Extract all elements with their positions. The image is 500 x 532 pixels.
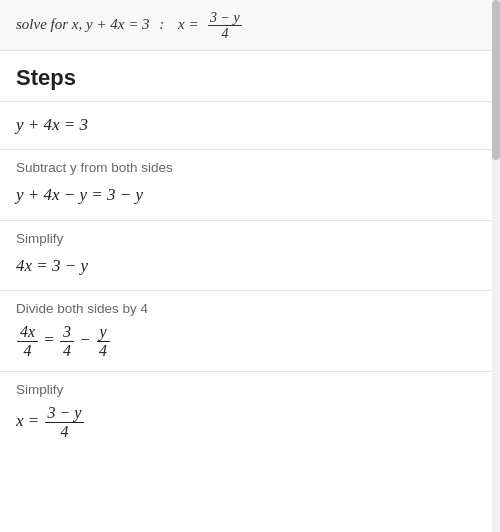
step-4-numer: 3 − y (45, 404, 85, 423)
step-1-expr: y + 4x − y = 3 − y (16, 182, 484, 208)
answer-numer: 3 − y (208, 10, 242, 26)
step-4-expr: x = 3 − y 4 (16, 404, 484, 440)
scrollbar-track[interactable] (492, 0, 500, 532)
step-2-label: Simplify (16, 231, 484, 246)
step-0-expr: y + 4x = 3 (16, 112, 484, 138)
answer-fraction: 3 − y 4 (208, 10, 242, 42)
step-3: Divide both sides by 4 4x 4 = 3 4 − y 4 (0, 290, 500, 371)
step-3-fraction-right1: 3 4 (60, 323, 74, 359)
answer-denom: 4 (219, 26, 230, 41)
step-3-numer-right1: 3 (60, 323, 74, 342)
step-2: Simplify 4x = 3 − y (0, 220, 500, 291)
step-3-label: Divide both sides by 4 (16, 301, 484, 316)
step-3-denom-right2: 4 (96, 342, 110, 360)
step-0: y + 4x = 3 (0, 101, 500, 150)
scrollbar-thumb[interactable] (492, 0, 500, 160)
main-content: Steps y + 4x = 3 Subtract y from both si… (0, 51, 500, 453)
step-3-fraction-left: 4x 4 (17, 323, 38, 359)
step-3-denom-left: 4 (21, 342, 35, 360)
step-4-denom: 4 (57, 423, 71, 441)
solve-prefix: solve for x, y + 4x = 3 (16, 16, 150, 33)
separator: : (156, 16, 169, 33)
step-1-label: Subtract y from both sides (16, 160, 484, 175)
step-3-fraction-right2: y 4 (96, 323, 110, 359)
step-1: Subtract y from both sides y + 4x − y = … (0, 149, 500, 220)
solve-header: solve for x, y + 4x = 3 : x = 3 − y 4 (0, 0, 500, 51)
step-4-fraction: 3 − y 4 (45, 404, 85, 440)
steps-heading: Steps (0, 51, 500, 101)
step-4-label: Simplify (16, 382, 484, 397)
step-4: Simplify x = 3 − y 4 (0, 371, 500, 452)
step-3-expr: 4x 4 = 3 4 − y 4 (16, 323, 484, 359)
step-2-expr: 4x = 3 − y (16, 253, 484, 279)
step-3-denom-right1: 4 (60, 342, 74, 360)
step-3-numer-right2: y (97, 323, 110, 342)
answer: x = 3 − y 4 (178, 10, 244, 42)
step-3-numer-left: 4x (17, 323, 38, 342)
